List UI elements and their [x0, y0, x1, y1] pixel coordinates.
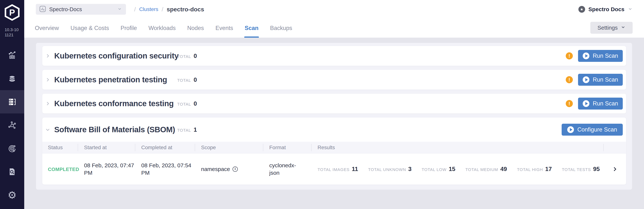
- breadcrumb-current: spectro-docs: [166, 6, 204, 13]
- sbom-results-table: Status Started at Completed at Scope For…: [42, 142, 626, 184]
- section-total: TOTAL 1: [177, 126, 197, 133]
- section-title: Kubernetes penetration testing: [54, 75, 167, 84]
- workspaces-icon: [8, 121, 16, 130]
- play-icon: [583, 52, 590, 59]
- run-scan-button[interactable]: Run Scan: [578, 50, 623, 62]
- run-scan-button[interactable]: Run Scan: [578, 98, 623, 110]
- tab-events[interactable]: Events: [216, 19, 233, 38]
- app-root: P 10.3-101121: [0, 0, 644, 209]
- column-header-started: Started at: [78, 142, 135, 153]
- account-name: Spectro Docs: [588, 6, 624, 12]
- result-stat-images: TOTAL IMAGES11: [318, 166, 358, 172]
- result-stat-high: TOTAL HIGH17: [517, 166, 552, 172]
- section-total-value: 1: [194, 126, 197, 133]
- project-selector-label: Spectro-Docs: [49, 6, 118, 12]
- sidebar-item-workspaces[interactable]: [0, 114, 24, 137]
- breadcrumb-separator: /: [162, 6, 164, 13]
- chevron-down-icon: [628, 6, 633, 12]
- column-header-actions: [604, 142, 626, 153]
- scan-section-card-sbom: Software Bill of Materials (SBOM) TOTAL …: [42, 118, 626, 184]
- row-detail-chevron[interactable]: [604, 166, 626, 172]
- section-total: TOTAL 0: [177, 52, 197, 60]
- palette-logo-icon: P: [4, 4, 20, 21]
- play-icon: [567, 126, 574, 133]
- main-area: Spectro-Docs / Clusters / spectro-docs ★…: [24, 0, 644, 209]
- section-title: Kubernetes configuration security: [54, 52, 178, 60]
- scan-result-row[interactable]: COMPLETED 08 Feb, 2023, 07:47 PM 08 Feb,…: [42, 153, 626, 184]
- scan-section-card: Kubernetes configuration security TOTAL …: [42, 46, 626, 66]
- column-header-completed: Completed at: [135, 142, 195, 153]
- tab-profile[interactable]: Profile: [120, 19, 137, 38]
- column-header-format: Format: [263, 142, 311, 153]
- play-icon: [583, 76, 590, 83]
- scope-value: namespace: [201, 166, 230, 172]
- sidebar-item-registries[interactable]: [0, 137, 24, 160]
- tab-usage-costs[interactable]: Usage & Costs: [70, 19, 109, 38]
- format-value: cyclonedx-json: [269, 162, 302, 176]
- sidebar-nav: ⚙: [0, 44, 24, 206]
- project-selector[interactable]: Spectro-Docs: [36, 4, 126, 15]
- sidebar-item-profiles[interactable]: [0, 67, 24, 90]
- warning-icon: !: [566, 100, 573, 107]
- profiles-icon: [8, 74, 16, 83]
- section-total-label: TOTAL: [177, 102, 191, 107]
- results-stats: TOTAL IMAGES11 TOTAL UNKNOWN3 TOTAL LOW1…: [311, 166, 604, 172]
- configure-scan-label: Configure Scan: [577, 126, 617, 133]
- section-header-config-security[interactable]: Kubernetes configuration security TOTAL …: [42, 46, 626, 66]
- result-stat-medium: TOTAL MEDIUM49: [466, 166, 507, 172]
- section-header-sbom[interactable]: Software Bill of Materials (SBOM) TOTAL …: [42, 118, 626, 142]
- breadcrumb: / Clusters / spectro-docs: [134, 6, 204, 13]
- table-header-row: Status Started at Completed at Scope For…: [42, 142, 626, 153]
- tab-scan[interactable]: Scan: [245, 19, 258, 38]
- audit-icon: [8, 167, 16, 176]
- section-total-value: 0: [194, 76, 197, 83]
- chevron-down-icon: [118, 7, 122, 12]
- svg-text:P: P: [9, 8, 15, 17]
- breadcrumb-link-clusters[interactable]: Clusters: [139, 6, 158, 12]
- tab-workloads[interactable]: Workloads: [148, 19, 176, 38]
- info-icon[interactable]: i: [232, 166, 238, 172]
- topbar: Spectro-Docs / Clusters / spectro-docs ★…: [24, 0, 644, 19]
- sidebar-item-monitoring[interactable]: [0, 44, 24, 67]
- tab-overview[interactable]: Overview: [35, 19, 59, 38]
- cluster-tabs: Overview Usage & Costs Profile Workloads…: [24, 19, 644, 38]
- account-menu[interactable]: ★ Spectro Docs: [578, 6, 633, 13]
- clusters-icon: [8, 98, 16, 106]
- section-title: Software Bill of Materials (SBOM): [54, 125, 175, 134]
- sidebar-item-settings[interactable]: ⚙: [0, 183, 24, 206]
- registries-icon: [8, 144, 16, 153]
- section-title: Kubernetes conformance testing: [54, 99, 174, 108]
- scan-content: Kubernetes configuration security TOTAL …: [24, 38, 644, 209]
- run-scan-label: Run Scan: [593, 76, 618, 83]
- section-header-penetration[interactable]: Kubernetes penetration testing TOTAL 0 !…: [42, 70, 626, 90]
- section-header-conformance[interactable]: Kubernetes conformance testing TOTAL 0 !…: [42, 94, 626, 114]
- tab-backups[interactable]: Backups: [270, 19, 292, 38]
- tab-nodes[interactable]: Nodes: [187, 19, 204, 38]
- sidebar-item-audit[interactable]: [0, 160, 24, 183]
- run-scan-label: Run Scan: [593, 100, 618, 107]
- chevron-right-icon[interactable]: [45, 77, 50, 82]
- settings-button[interactable]: Settings: [590, 22, 633, 34]
- chevron-right-icon[interactable]: [45, 53, 50, 58]
- column-header-status: Status: [42, 142, 78, 153]
- result-stat-low: TOTAL LOW15: [422, 166, 456, 172]
- section-total-label: TOTAL: [177, 54, 191, 59]
- started-at-value: 08 Feb, 2023, 07:47 PM: [84, 162, 134, 176]
- scan-section-card: Kubernetes conformance testing TOTAL 0 !…: [42, 94, 626, 114]
- settings-gear-icon: ⚙: [8, 190, 16, 200]
- breadcrumb-separator: /: [134, 6, 136, 13]
- run-scan-button[interactable]: Run Scan: [578, 74, 623, 86]
- project-star-icon: ★: [578, 6, 585, 13]
- sidebar-item-clusters[interactable]: [0, 90, 24, 114]
- configure-scan-button[interactable]: Configure Scan: [562, 124, 623, 136]
- result-stat-tests: TOTAL TESTS95: [562, 166, 600, 172]
- run-scan-label: Run Scan: [593, 52, 618, 59]
- sidebar: P 10.3-101121: [0, 0, 24, 209]
- chevron-down-icon[interactable]: [45, 127, 50, 132]
- chevron-down-icon: [621, 24, 626, 31]
- version-label: 10.3-101121: [5, 27, 20, 38]
- status-badge: COMPLETED: [48, 166, 79, 172]
- section-total-label: TOTAL: [177, 128, 191, 133]
- chevron-right-icon[interactable]: [45, 101, 50, 106]
- section-total: TOTAL 0: [177, 76, 197, 83]
